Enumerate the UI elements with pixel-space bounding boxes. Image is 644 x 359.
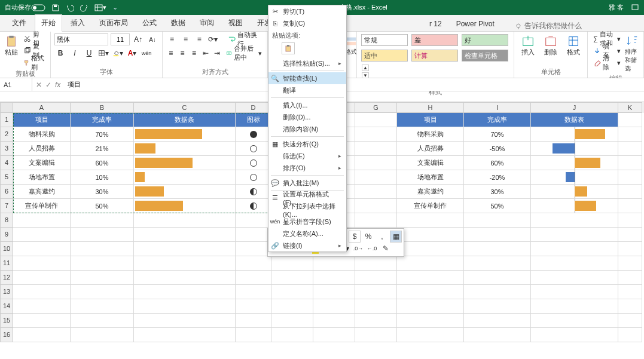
cell[interactable] [464, 242, 531, 256]
cell[interactable] [355, 328, 397, 342]
cell[interactable] [397, 328, 464, 342]
cell[interactable] [464, 328, 531, 342]
cell[interactable] [618, 314, 642, 328]
row-8[interactable]: 8 [0, 213, 13, 228]
decrease-font-button[interactable]: A↓ [146, 33, 158, 45]
cell[interactable] [397, 314, 464, 328]
row-15[interactable]: 15 [0, 314, 13, 328]
ctx-paste-special[interactable]: 选择性粘贴(S)...▸ [268, 57, 346, 69]
cell[interactable] [236, 185, 271, 199]
align-top-button[interactable]: ≡ [166, 33, 178, 45]
cell[interactable] [71, 314, 134, 328]
cell[interactable] [464, 314, 531, 328]
cell[interactable] [134, 299, 236, 314]
decrease-indent-button[interactable]: ⇤ [201, 47, 210, 59]
sort-filter-button[interactable]: 排序和筛选 [625, 33, 640, 73]
cell[interactable]: 场地布置 [13, 170, 71, 185]
cell[interactable] [236, 170, 271, 185]
tab-data[interactable]: 数据 [165, 15, 191, 31]
cell[interactable]: 70% [71, 127, 134, 142]
cell[interactable] [236, 142, 271, 156]
formula-input[interactable] [64, 78, 644, 91]
autosave-toggle[interactable]: 自动保存 [5, 3, 45, 12]
col-C[interactable]: C [134, 102, 236, 113]
cell[interactable]: 宣传单制作 [397, 199, 464, 213]
cell[interactable]: 人员招募 [397, 142, 464, 156]
ctx-comment[interactable]: 💬插入批注(M) [268, 177, 346, 189]
cell[interactable] [355, 185, 397, 199]
cell[interactable] [71, 242, 134, 256]
cell[interactable]: -20% [464, 170, 531, 185]
cell[interactable] [236, 299, 271, 314]
tab-insert[interactable]: 插入 [65, 15, 91, 31]
row-14[interactable]: 14 [0, 299, 13, 314]
font-name-select[interactable] [54, 33, 108, 45]
cell[interactable] [531, 242, 618, 256]
insert-cells-button[interactable]: 插入 [518, 33, 538, 57]
cell[interactable] [531, 213, 618, 228]
cell[interactable] [355, 256, 397, 271]
ctx-cut[interactable]: ✂剪切(T) [268, 5, 346, 17]
cell[interactable] [134, 199, 236, 213]
align-right-button[interactable]: ≡ [190, 47, 199, 59]
cell[interactable] [236, 156, 271, 170]
style-general[interactable]: 常规 [361, 34, 408, 46]
cell[interactable] [313, 271, 355, 285]
borders-button[interactable]: ▾ [97, 47, 109, 59]
cell[interactable] [271, 314, 313, 328]
style-good[interactable]: 好 [462, 34, 508, 46]
cell[interactable] [236, 242, 271, 256]
ctx-insert[interactable]: 插入(I)... [268, 99, 346, 111]
row-2[interactable]: 2 [0, 127, 13, 142]
mini-cond-format[interactable]: ▦ [390, 231, 402, 243]
cell[interactable]: 60% [464, 156, 531, 170]
cell[interactable] [236, 199, 271, 213]
format-painter-button[interactable]: 格式刷 [22, 57, 47, 68]
cell[interactable] [618, 142, 642, 156]
ctx-copy[interactable]: ⎘复制(C) [268, 17, 346, 29]
cell[interactable]: 完成率 [464, 113, 531, 127]
fx-button[interactable]: fx [55, 81, 60, 89]
cell[interactable] [134, 142, 236, 156]
ribbon-display-button[interactable] [631, 3, 639, 13]
cell[interactable] [236, 228, 271, 242]
style-moderate[interactable]: 适中 [361, 50, 408, 62]
cell[interactable] [71, 256, 134, 271]
tell-me[interactable]: 告诉我你想做什么 [515, 21, 582, 31]
cell[interactable] [134, 242, 236, 256]
col-G[interactable]: G [355, 102, 397, 113]
cell[interactable] [271, 271, 313, 285]
tab-file[interactable]: 文件 [6, 15, 32, 31]
cell[interactable]: 嘉宾邀约 [397, 185, 464, 199]
cell[interactable] [355, 285, 397, 299]
ctx-clear[interactable]: 清除内容(N) [268, 123, 346, 135]
ctx-delete[interactable]: 删除(D)... [268, 111, 346, 123]
row-6[interactable]: 6 [0, 185, 13, 199]
cell[interactable] [355, 271, 397, 285]
undo-button[interactable] [66, 4, 74, 12]
mini-dec-decimal[interactable]: ←.0 [366, 243, 378, 254]
tab-view[interactable]: 视图 [222, 15, 249, 31]
cell[interactable] [397, 271, 464, 285]
cell[interactable] [134, 127, 236, 142]
cell[interactable] [531, 142, 618, 156]
cell[interactable] [531, 328, 618, 342]
cell[interactable] [13, 314, 71, 328]
cell[interactable]: 70% [464, 127, 531, 142]
col-A[interactable]: A [13, 102, 71, 113]
cell[interactable] [13, 299, 71, 314]
qat-table-button[interactable]: ▾ [94, 4, 106, 12]
cell[interactable] [236, 271, 271, 285]
cell[interactable] [236, 213, 271, 228]
increase-font-button[interactable]: A↑ [132, 33, 144, 45]
cell[interactable] [397, 285, 464, 299]
font-color-button[interactable]: A▾ [126, 47, 138, 59]
cell[interactable]: 场地布置 [397, 170, 464, 185]
cell[interactable] [134, 228, 236, 242]
cell[interactable]: 60% [71, 156, 134, 170]
clear-button[interactable]: 清除▾ [591, 57, 622, 68]
save-button[interactable] [51, 4, 60, 12]
cell[interactable] [464, 285, 531, 299]
cell[interactable] [397, 213, 464, 228]
cell[interactable] [531, 314, 618, 328]
